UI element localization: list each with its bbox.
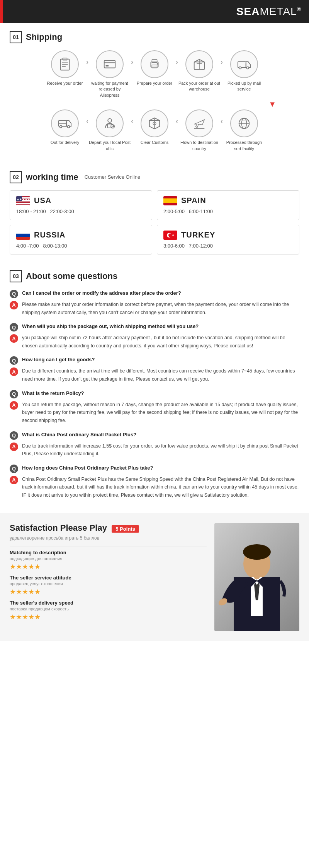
step-circle-10 <box>230 109 258 137</box>
svg-point-23 <box>108 119 112 123</box>
time-box-russia-header: RUSSIA <box>16 231 146 240</box>
faq-a-1: A Please make sure that your order infor… <box>10 301 299 316</box>
print-icon <box>147 57 162 72</box>
truck-icon <box>237 57 251 72</box>
faq-item-6: Q How long does China Post Oridinary Pac… <box>10 464 299 499</box>
svg-point-11 <box>157 63 158 65</box>
svg-rect-16 <box>238 62 246 67</box>
time-box-turkey: TURKEY 3:00-6:00 7:00-12:00 <box>157 225 299 255</box>
step-payment: waiting for payment released by Aliexpre… <box>88 50 131 98</box>
steps-container: Receive your order › waiting for payment… <box>10 50 299 152</box>
step-circle-6 <box>51 109 79 137</box>
faq-title: 03 About some questions <box>10 270 299 282</box>
step-label-5: Picked up by mail service <box>223 80 265 92</box>
rating-1: Matching to description подходящие для о… <box>10 550 207 571</box>
faq-item-3: Q How long can I get the goods? A Due to… <box>10 356 299 383</box>
faq-item-4: Q What is the return Policy? A You can r… <box>10 390 299 425</box>
section-num-01: 01 <box>10 31 22 43</box>
usa-hours: 18:00 - 21:00 22:00-3:00 <box>16 208 146 214</box>
delivery-icon <box>58 116 72 131</box>
flag-turkey <box>163 231 177 240</box>
step-outdelivery: Out for delivery <box>44 109 86 145</box>
box-icon <box>192 57 207 72</box>
brand-reg: ® <box>297 6 301 12</box>
svg-rect-40 <box>16 203 30 204</box>
faq-answer-6: China Post Oridinary Small Packet Plus h… <box>22 475 299 499</box>
step-label-7: Depart your local Post offic <box>88 140 131 152</box>
red-bar <box>0 0 3 23</box>
faq-a-4: A You can return the package, without re… <box>10 401 299 425</box>
rating-sublabel-1: подходящие для описания <box>10 556 207 561</box>
header: SEAMETAL® <box>0 0 309 23</box>
svg-text:★★★★★★: ★★★★★★ <box>17 198 30 201</box>
rating-sublabel-2: продавец услуг отношения <box>10 581 207 586</box>
person-image <box>214 523 299 631</box>
faq-q-6: Q How long does China Post Oridinary Pac… <box>10 464 299 473</box>
svg-rect-45 <box>163 198 177 203</box>
divider-1 <box>10 546 207 547</box>
svg-rect-46 <box>16 231 30 234</box>
step-fly: Flown to destination country <box>178 109 221 152</box>
step-receive: Receive your order <box>44 50 86 86</box>
steps-row-1: Receive your order › waiting for payment… <box>14 50 295 98</box>
step-circle-9 <box>185 109 213 137</box>
time-grid: ★★★★★★ USA 18:00 - 21:00 22:00-3:00 SPAI… <box>10 190 299 255</box>
points-badge: 5 Points <box>112 525 139 533</box>
working-time-subtitle: Customer Service Online <box>85 174 141 180</box>
a-badge-4: A <box>10 401 18 410</box>
globe-icon <box>237 116 251 131</box>
rating-sublabel-3: поставка продавцом скорость <box>10 607 207 611</box>
working-time-heading: working time <box>26 172 78 182</box>
svg-point-51 <box>168 233 172 237</box>
faq-q-3: Q How long can I get the goods? <box>10 356 299 365</box>
flag-usa: ★★★★★★ <box>16 196 30 205</box>
step-sort: Processed through sort facility <box>223 109 265 152</box>
step-label-8: Clear Customs <box>141 140 169 145</box>
country-russia: RUSSIA <box>34 231 66 239</box>
satisfaction-subtitle: удовлетворение просьба играть 5 баллов <box>10 535 207 541</box>
svg-point-17 <box>239 67 241 69</box>
step-label-4: Pack your order at out warehouse <box>178 80 221 92</box>
customs-icon <box>147 116 162 131</box>
svg-point-57 <box>243 544 271 560</box>
svg-rect-7 <box>106 65 109 67</box>
svg-point-21 <box>68 126 70 128</box>
step-label-3: Prepare your order <box>137 80 172 86</box>
working-time-section: 02 working time Customer Service Online <box>0 163 309 262</box>
postman-icon <box>102 116 117 131</box>
step-customs: Clear Customs <box>133 109 176 145</box>
faq-item-1: Q Can I cancel the order or modify the a… <box>10 289 299 316</box>
flag-russia <box>16 231 30 240</box>
turkey-hours: 3:00-6:00 7:00-12:00 <box>163 243 293 249</box>
satisfaction-title-line: Satisfaction Please Play 5 Points <box>10 523 207 533</box>
faq-answer-1: Please make sure that your order informa… <box>22 301 299 316</box>
faq-q-1: Q Can I cancel the order or modify the a… <box>10 289 299 298</box>
step-circle-4 <box>185 50 213 78</box>
step-pack: Pack your order at out warehouse <box>178 50 221 92</box>
step-label-6: Out for delivery <box>51 140 80 145</box>
country-usa: USA <box>34 196 51 205</box>
stars-1: ★★★★★ <box>10 562 207 571</box>
faq-answer-4: You can return the package, without reas… <box>22 401 299 425</box>
q-badge-2: Q <box>10 323 18 331</box>
step-circle-7 <box>96 109 124 137</box>
faq-a-3: A Due to different countries, the arriva… <box>10 367 299 383</box>
step-label-1: Receive your order <box>47 80 83 86</box>
step-label-9: Flown to destination country <box>178 140 221 152</box>
satisfaction-title: Satisfaction Please Play <box>10 523 107 533</box>
person-svg <box>218 523 295 631</box>
time-box-turkey-header: TURKEY <box>163 231 293 240</box>
faq-q-2: Q When will you ship the package out, wh… <box>10 323 299 331</box>
spain-hours: 2:00-5:00 6:00-11:00 <box>163 208 293 214</box>
faq-answer-5: Due to track information will increase 1… <box>22 442 299 458</box>
step-circle-8 <box>141 109 168 137</box>
faq-question-6: How long does China Post Oridinary Packe… <box>22 464 153 472</box>
a-badge-5: A <box>10 443 18 451</box>
q-badge-1: Q <box>10 290 18 298</box>
q-badge-5: Q <box>10 431 18 440</box>
section-num-03: 03 <box>10 270 22 282</box>
a-badge-1: A <box>10 301 18 309</box>
shipping-heading: Shipping <box>26 32 62 42</box>
rating-2: The seller service attitude продавец усл… <box>10 575 207 596</box>
step-pickup: Picked up by mail service <box>223 50 265 92</box>
